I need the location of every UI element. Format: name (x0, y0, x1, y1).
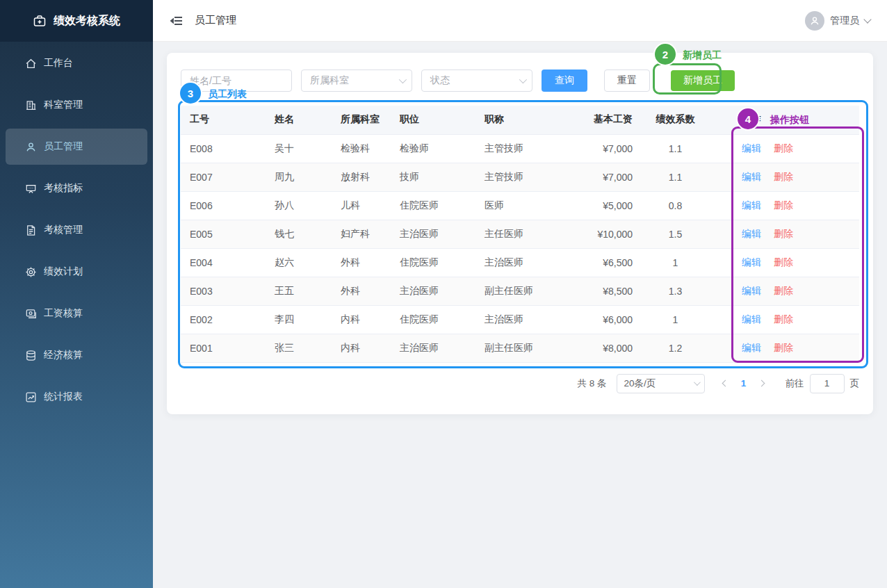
cell-name: 钱七 (266, 220, 332, 248)
sidebar-item-salary-calculation[interactable]: 工资核算 (6, 295, 147, 332)
col-employee-id: 工号 (181, 106, 266, 134)
cell-title: 医师 (475, 191, 576, 220)
building-icon (25, 99, 37, 111)
table-row: E007 周九 放射科 技师 主管技师 ¥7,000 1.1 编辑 删除 (181, 163, 859, 191)
avatar (805, 11, 824, 31)
delete-link[interactable]: 删除 (774, 171, 793, 182)
chevron-down-icon (693, 379, 700, 386)
edit-link[interactable]: 编辑 (742, 199, 761, 211)
delete-link[interactable]: 删除 (774, 342, 793, 353)
cell-employee-id: E003 (181, 277, 266, 305)
table-row: E001 张三 内科 主治医师 副主任医师 ¥8,000 1.2 编辑 删除 (181, 334, 859, 362)
cell-title: 主治医师 (475, 248, 576, 277)
cell-employee-id: E008 (181, 134, 266, 163)
cell-title: 主治医师 (475, 305, 576, 334)
department-select[interactable]: 所属科室 (301, 70, 412, 92)
delete-link[interactable]: 删除 (774, 313, 793, 325)
cell-coefficient: 1.5 (642, 220, 708, 248)
cell-actions: 编辑 删除 (708, 220, 859, 248)
current-page[interactable]: 1 (735, 378, 752, 389)
filter-bar: 所属科室 状态 查询 重置 新增员工 (181, 70, 859, 92)
sidebar-item-assessment-indicators[interactable]: 考核指标 (6, 170, 147, 206)
cell-base-salary: ¥6,000 (576, 305, 642, 334)
goto-suffix: 页 (850, 377, 860, 390)
delete-link[interactable]: 删除 (774, 256, 793, 268)
user-menu[interactable]: 管理员 (805, 11, 870, 31)
app-logo: 绩效考核系统 (0, 0, 153, 42)
cell-name: 王五 (266, 277, 332, 305)
cell-title: 主管技师 (475, 134, 576, 163)
col-coefficient: 绩效系数 (642, 106, 708, 134)
table-row: E006 孙八 儿科 住院医师 医师 ¥5,000 0.8 编辑 删除 (181, 191, 859, 220)
col-position: 职位 (391, 106, 475, 134)
edit-link[interactable]: 编辑 (742, 285, 761, 296)
cell-coefficient: 1 (642, 305, 708, 334)
sidebar-item-assessment-management[interactable]: 考核管理 (6, 212, 147, 248)
cell-coefficient: 1.1 (642, 163, 708, 191)
sidebar: 绩效考核系统 工作台 科室管理 员工管理 考核指标 考核管理 绩效计划 工资核算… (0, 0, 153, 588)
delete-link[interactable]: 删除 (774, 228, 793, 239)
sidebar-item-employees[interactable]: 员工管理 (6, 129, 147, 165)
edit-link[interactable]: 编辑 (742, 313, 761, 325)
database-icon (25, 350, 37, 361)
table-header: 工号 姓名 所属科室 职位 职称 基本工资 绩效系数 操作 (181, 106, 859, 134)
page-size-select[interactable]: 20条/页 (617, 374, 705, 393)
department-select-placeholder: 所属科室 (310, 74, 349, 87)
edit-link[interactable]: 编辑 (742, 142, 761, 154)
keyword-input[interactable] (181, 70, 292, 92)
app-root: 绩效考核系统 工作台 科室管理 员工管理 考核指标 考核管理 绩效计划 工资核算… (0, 0, 887, 588)
cell-name: 张三 (266, 334, 332, 362)
col-name: 姓名 (266, 106, 332, 134)
goto-page-input[interactable] (810, 374, 845, 393)
table-row: E002 李四 内科 住院医师 主治医师 ¥6,000 1 编辑 删除 (181, 305, 859, 334)
table-row: E008 吴十 检验科 检验师 主管技师 ¥7,000 1.1 编辑 删除 (181, 134, 859, 163)
col-department: 所属科室 (332, 106, 391, 134)
cell-actions: 编辑 删除 (708, 163, 859, 191)
cell-base-salary: ¥8,000 (576, 334, 642, 362)
cell-name: 李四 (266, 305, 332, 334)
cell-employee-id: E007 (181, 163, 266, 191)
pagination-total: 共 8 条 (577, 377, 606, 390)
cell-position: 住院医师 (391, 191, 475, 220)
delete-link[interactable]: 删除 (774, 142, 793, 154)
chevron-down-icon (399, 76, 407, 83)
next-page-button[interactable] (754, 375, 770, 392)
reset-button[interactable]: 重置 (604, 70, 650, 92)
cell-department: 内科 (332, 305, 391, 334)
edit-link[interactable]: 编辑 (742, 342, 761, 353)
money-icon (25, 308, 37, 320)
cell-base-salary: ¥7,000 (576, 163, 642, 191)
chevron-left-icon (722, 380, 729, 387)
status-select[interactable]: 状态 (421, 70, 532, 92)
cell-actions: 编辑 删除 (708, 134, 859, 163)
page-size-value: 20条/页 (624, 377, 656, 390)
edit-link[interactable]: 编辑 (742, 171, 761, 182)
sidebar-item-economic-accounting[interactable]: 经济核算 (6, 337, 147, 373)
table-row: E005 钱七 妇产科 主治医师 主任医师 ¥10,000 1.5 编辑 删除 (181, 220, 859, 248)
employee-table: 工号 姓名 所属科室 职位 职称 基本工资 绩效系数 操作 E008 吴十 检验… (181, 106, 859, 363)
delete-link[interactable]: 删除 (774, 285, 793, 296)
document-icon (25, 224, 37, 236)
sidebar-item-statistics-reports[interactable]: 统计报表 (6, 379, 147, 415)
col-actions: 操作 (708, 106, 859, 134)
sidebar-item-departments[interactable]: 科室管理 (6, 87, 147, 123)
edit-link[interactable]: 编辑 (742, 256, 761, 268)
fold-icon[interactable] (170, 14, 184, 28)
add-employee-button[interactable]: 新增员工 (671, 70, 735, 91)
prev-page-button[interactable] (717, 375, 734, 392)
table-body: E008 吴十 检验科 检验师 主管技师 ¥7,000 1.1 编辑 删除 E0… (181, 134, 859, 362)
cell-coefficient: 1.1 (642, 134, 708, 163)
app-title: 绩效考核系统 (54, 14, 120, 28)
edit-link[interactable]: 编辑 (742, 228, 761, 239)
delete-link[interactable]: 删除 (774, 199, 793, 211)
home-icon (25, 58, 37, 70)
employee-card: 所属科室 状态 查询 重置 新增员工 (167, 53, 873, 414)
sidebar-item-workbench[interactable]: 工作台 (6, 45, 147, 81)
search-button[interactable]: 查询 (542, 70, 587, 92)
cell-employee-id: E005 (181, 220, 266, 248)
col-title: 职称 (475, 106, 576, 134)
cell-title: 副主任医师 (475, 277, 576, 305)
cell-base-salary: ¥7,000 (576, 134, 642, 163)
sidebar-item-performance-plans[interactable]: 绩效计划 (6, 254, 147, 290)
presentation-icon (25, 183, 37, 195)
